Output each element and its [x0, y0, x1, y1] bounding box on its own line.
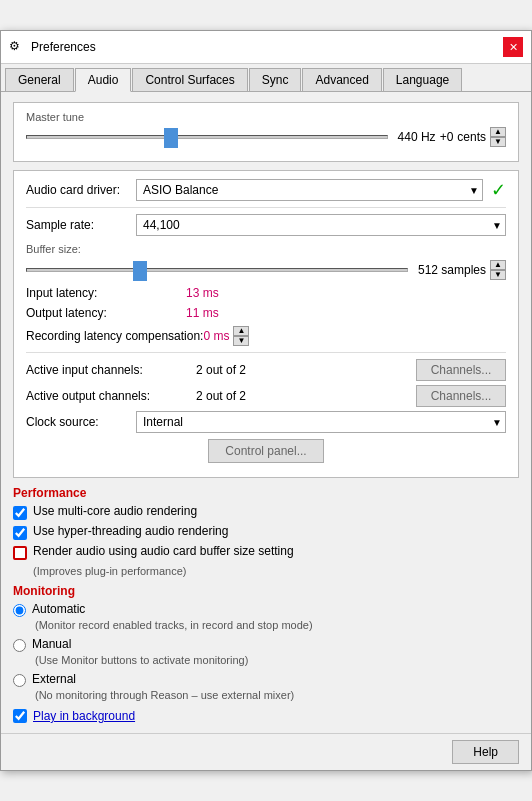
perf-multicore-label: Use multi-core audio rendering: [33, 504, 197, 518]
master-tune-label: Master tune: [26, 111, 506, 123]
footer: Help: [1, 733, 531, 770]
perf-render-audio-sublabel: (Improves plug-in performance): [33, 565, 186, 577]
play-in-background-row: Play in background: [13, 709, 519, 723]
sample-rate-row: Sample rate: 44,100 ▼: [26, 214, 506, 236]
output-latency-row: Output latency: 11 ms: [26, 306, 506, 320]
clock-source-select-wrapper: Internal ▼: [136, 411, 506, 433]
active-input-row: Active input channels: 2 out of 2 Channe…: [26, 359, 506, 381]
tab-audio[interactable]: Audio: [75, 68, 132, 92]
input-latency-row: Input latency: 13 ms: [26, 286, 506, 300]
tab-sync[interactable]: Sync: [249, 68, 302, 91]
monitoring-external-label: External: [32, 672, 76, 686]
active-output-channels-button[interactable]: Channels...: [416, 385, 506, 407]
perf-hyperthreading-label: Use hyper-threading audio rendering: [33, 524, 228, 538]
tab-advanced[interactable]: Advanced: [302, 68, 381, 91]
audio-driver-row: Audio card driver: ASIO Balance ▼ ✓: [26, 179, 506, 201]
recording-latency-down[interactable]: ▼: [233, 336, 249, 346]
tab-language[interactable]: Language: [383, 68, 462, 91]
perf-multicore-checkbox[interactable]: [13, 506, 27, 520]
active-input-label: Active input channels:: [26, 363, 196, 377]
recording-latency-value: 0 ms: [203, 329, 229, 343]
audio-driver-label: Audio card driver:: [26, 183, 136, 197]
master-tune-slider-container: [26, 135, 388, 139]
divider-1: [26, 207, 506, 208]
master-tune-slider-thumb[interactable]: [164, 128, 178, 148]
play-in-background-checkbox[interactable]: [13, 709, 27, 723]
monitoring-title: Monitoring: [13, 584, 519, 598]
active-input-value: 2 out of 2: [196, 363, 416, 377]
buffer-size-value: 512 samples: [418, 263, 486, 277]
performance-section: Performance Use multi-core audio renderi…: [13, 486, 519, 578]
monitoring-external-radio[interactable]: [13, 674, 26, 687]
master-tune-slider-track[interactable]: [26, 135, 388, 139]
master-tune-section: Master tune 440 Hz +0 cents ▲ ▼: [13, 102, 519, 162]
clock-source-select[interactable]: Internal: [136, 411, 506, 433]
tabs-bar: General Audio Control Surfaces Sync Adva…: [1, 64, 531, 92]
monitoring-manual-label: Manual: [32, 637, 71, 651]
active-output-value: 2 out of 2: [196, 389, 416, 403]
buffer-size-row: 512 samples ▲ ▼: [26, 260, 506, 280]
perf-hyperthreading-row: Use hyper-threading audio rendering: [13, 524, 519, 540]
perf-hyperthreading-checkbox[interactable]: [13, 526, 27, 540]
buffer-slider-track[interactable]: [26, 268, 408, 272]
monitoring-automatic-radio[interactable]: [13, 604, 26, 617]
active-output-row: Active output channels: 2 out of 2 Chann…: [26, 385, 506, 407]
monitoring-automatic-label: Automatic: [32, 602, 85, 616]
output-latency-label: Output latency:: [26, 306, 186, 320]
input-latency-value: 13 ms: [186, 286, 219, 300]
main-content: Master tune 440 Hz +0 cents ▲ ▼ Audio ca: [1, 92, 531, 733]
tab-general[interactable]: General: [5, 68, 74, 91]
control-panel-button[interactable]: Control panel...: [208, 439, 323, 463]
audio-driver-valid-icon: ✓: [491, 179, 506, 201]
preferences-window: ⚙ Preferences ✕ General Audio Control Su…: [0, 30, 532, 771]
master-tune-up[interactable]: ▲: [490, 127, 506, 137]
recording-latency-row: Recording latency compensation: 0 ms ▲ ▼: [26, 326, 506, 346]
recording-latency-spin: ▲ ▼: [233, 326, 249, 346]
output-latency-value: 11 ms: [186, 306, 219, 320]
recording-latency-label: Recording latency compensation:: [26, 329, 203, 343]
active-output-label: Active output channels:: [26, 389, 196, 403]
monitoring-external-sublabel: (No monitoring through Reason – use exte…: [35, 689, 519, 701]
buffer-slider-container: [26, 268, 408, 272]
window-title: Preferences: [31, 40, 96, 54]
monitoring-automatic-sublabel: (Monitor record enabled tracks, in recor…: [35, 619, 519, 631]
buffer-spin: ▲ ▼: [490, 260, 506, 280]
buffer-down[interactable]: ▼: [490, 270, 506, 280]
clock-source-row: Clock source: Internal ▼: [26, 411, 506, 433]
audio-driver-select-wrapper: ASIO Balance ▼: [136, 179, 483, 201]
master-tune-hz: 440 Hz: [398, 130, 436, 144]
perf-render-audio-checkbox-container[interactable]: [13, 546, 27, 560]
divider-2: [26, 352, 506, 353]
recording-latency-up[interactable]: ▲: [233, 326, 249, 336]
active-input-channels-button[interactable]: Channels...: [416, 359, 506, 381]
play-in-background-label: Play in background: [33, 709, 135, 723]
master-tune-cents-label: cents: [457, 130, 486, 144]
performance-title: Performance: [13, 486, 519, 500]
perf-render-audio-label: Render audio using audio card buffer siz…: [33, 544, 294, 558]
master-tune-cents-offset: +0: [440, 130, 454, 144]
monitoring-automatic-row: Automatic: [13, 602, 519, 617]
sample-rate-label: Sample rate:: [26, 218, 136, 232]
help-button[interactable]: Help: [452, 740, 519, 764]
master-tune-row: 440 Hz +0 cents ▲ ▼: [26, 127, 506, 147]
monitoring-external-row: External: [13, 672, 519, 687]
sample-rate-select[interactable]: 44,100: [136, 214, 506, 236]
perf-render-audio-row: Render audio using audio card buffer siz…: [13, 544, 519, 560]
tab-control-surfaces[interactable]: Control Surfaces: [132, 68, 247, 91]
app-icon: ⚙: [9, 39, 25, 55]
monitoring-manual-sublabel: (Use Monitor buttons to activate monitor…: [35, 654, 519, 666]
master-tune-down[interactable]: ▼: [490, 137, 506, 147]
audio-driver-select[interactable]: ASIO Balance: [136, 179, 483, 201]
buffer-size-label: Buffer size:: [26, 243, 81, 255]
close-button[interactable]: ✕: [503, 37, 523, 57]
perf-multicore-row: Use multi-core audio rendering: [13, 504, 519, 520]
monitoring-manual-row: Manual: [13, 637, 519, 652]
titlebar: ⚙ Preferences ✕: [1, 31, 531, 64]
monitoring-manual-radio[interactable]: [13, 639, 26, 652]
buffer-up[interactable]: ▲: [490, 260, 506, 270]
master-tune-spin: ▲ ▼: [490, 127, 506, 147]
buffer-slider-thumb[interactable]: [133, 261, 147, 281]
sample-rate-select-wrapper: 44,100 ▼: [136, 214, 506, 236]
clock-source-label: Clock source:: [26, 415, 136, 429]
audio-driver-section: Audio card driver: ASIO Balance ▼ ✓ Samp…: [13, 170, 519, 478]
